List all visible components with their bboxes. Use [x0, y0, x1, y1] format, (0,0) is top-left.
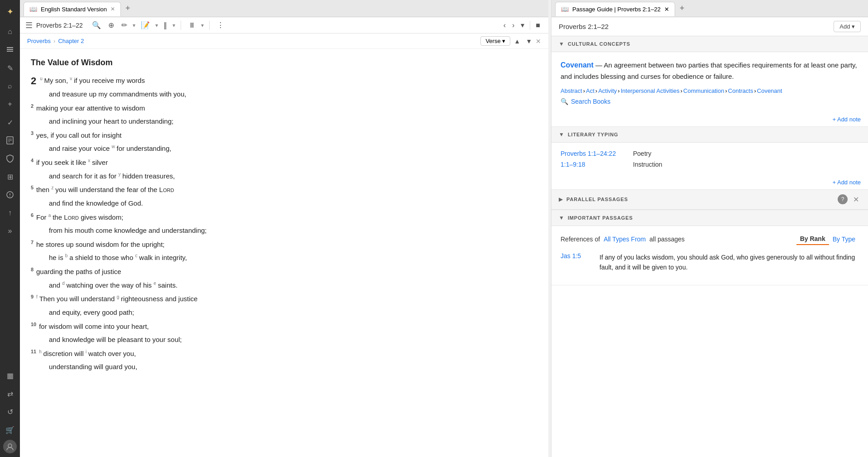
- esv-tab[interactable]: 📖 English Standard Version ✕: [24, 2, 121, 16]
- verse-num-7: 7: [31, 240, 34, 245]
- important-passage-ref[interactable]: Jas 1:5: [561, 252, 592, 273]
- search-sidebar-icon[interactable]: ⌕: [2, 78, 18, 94]
- right-new-tab-button[interactable]: +: [677, 4, 687, 13]
- literary-typing-title: LITERARY TYPING: [568, 132, 619, 137]
- important-passages-section: ▼ IMPORTANT PASSAGES References of All T…: [551, 210, 868, 286]
- esv-tab-close[interactable]: ✕: [110, 6, 115, 12]
- search-toolbar-icon[interactable]: 🔍: [90, 20, 103, 30]
- nav-stop-button[interactable]: ■: [533, 20, 543, 30]
- add-button[interactable]: Add ▾: [834, 21, 861, 32]
- parallel-passages-help-button[interactable]: ?: [838, 194, 848, 204]
- verse-text-2a: My son,: [44, 77, 70, 84]
- parallel-passages-header[interactable]: ▶ PARALLEL PASSAGES ? ✕: [551, 190, 868, 210]
- plus-icon[interactable]: +: [2, 96, 18, 112]
- breadcrumb-covenant[interactable]: Covenant: [757, 87, 782, 94]
- literary-type-1: Poetry: [633, 150, 651, 157]
- concept-name[interactable]: Covenant: [561, 61, 594, 69]
- verse-close-button[interactable]: ✕: [536, 38, 541, 45]
- literary-ref-1[interactable]: Proverbs 1:1–24:22: [561, 150, 624, 157]
- menu-icon[interactable]: ☰: [25, 20, 33, 30]
- nav-next-button[interactable]: ›: [509, 20, 517, 30]
- pause-dropdown[interactable]: ▾: [201, 22, 204, 29]
- verse-row-5: 5 then z you will understand the fear of…: [31, 183, 537, 195]
- check-icon[interactable]: ✓: [2, 114, 18, 130]
- svg-rect-1: [7, 49, 13, 50]
- verse-row-7: 7 he stores up sound wisdom for the upri…: [31, 238, 537, 250]
- verse-indent-3: and raise your voice w for understanding…: [31, 143, 537, 154]
- verse-row-9: 9 f Then you will understand g righteous…: [31, 293, 537, 304]
- more-icon[interactable]: ⋮: [215, 20, 226, 30]
- verse-parallel-dropdown[interactable]: ▾: [173, 22, 175, 29]
- note-icon[interactable]: 📝: [139, 20, 152, 30]
- breadcrumb-activity[interactable]: Activity: [598, 87, 617, 94]
- breadcrumb-act[interactable]: Act: [586, 87, 595, 94]
- avatar-icon[interactable]: [3, 440, 17, 453]
- transfer-icon[interactable]: ⇄: [2, 385, 18, 402]
- breadcrumb-interpersonal[interactable]: Interpersonal Activities: [621, 87, 680, 94]
- nav-dropdown-button[interactable]: ▾: [518, 20, 527, 30]
- library-icon[interactable]: [2, 42, 18, 58]
- tools-icon[interactable]: ⊕: [106, 20, 116, 30]
- verse-parallel-icon[interactable]: ‖: [162, 20, 169, 30]
- verse-up-button[interactable]: ▲: [512, 37, 522, 46]
- expand-icon[interactable]: »: [2, 223, 18, 239]
- literary-ref-2[interactable]: 1:1–9:18: [561, 161, 624, 168]
- breadcrumb-contracts[interactable]: Contracts: [728, 87, 753, 94]
- verse-down-button[interactable]: ▼: [524, 37, 534, 46]
- important-passages-header[interactable]: ▼ IMPORTANT PASSAGES: [551, 210, 868, 226]
- edit-icon[interactable]: ✎: [2, 60, 18, 76]
- all-types-from-link[interactable]: All Types From: [604, 236, 646, 243]
- passage-guide-tab-close[interactable]: ✕: [664, 6, 669, 13]
- highlight-dropdown[interactable]: ▾: [133, 22, 135, 29]
- search-books-icon: 🔍: [561, 98, 568, 105]
- literary-typing-add-note[interactable]: + Add note: [551, 175, 868, 189]
- breadcrumb-chapter[interactable]: Chapter 2: [58, 38, 84, 44]
- nav-prev-button[interactable]: ‹: [501, 20, 508, 30]
- document-icon[interactable]: [2, 132, 18, 149]
- cultural-concepts-header[interactable]: ▼ CULTURAL CONCEPTS: [551, 36, 868, 52]
- cultural-concepts-title: CULTURAL CONCEPTS: [568, 41, 630, 47]
- refresh-icon[interactable]: ↺: [2, 404, 18, 420]
- literary-type-2: Instruction: [633, 161, 662, 168]
- all-passages-text: all passages: [649, 236, 685, 243]
- by-rank-tab[interactable]: By Rank: [796, 233, 829, 245]
- search-books-link[interactable]: Search Books: [571, 98, 610, 105]
- breadcrumb-communication[interactable]: Communication: [683, 87, 724, 94]
- verse-row-2: 2 u My son, v if you receive my words: [31, 75, 537, 87]
- highlight-icon[interactable]: ✏: [120, 20, 129, 30]
- breadcrumb: Proverbs › Chapter 2 Verse ▾ ▲ ▼ ✕: [20, 34, 548, 49]
- concept-breadcrumb: Abstract › Act › Activity › Interpersona…: [561, 87, 859, 94]
- cultural-concepts-chevron: ▼: [559, 41, 564, 47]
- new-tab-button[interactable]: +: [123, 4, 133, 13]
- literary-typing-header[interactable]: ▼ LITERARY TYPING: [551, 127, 868, 143]
- cart-icon[interactable]: 🛒: [2, 422, 18, 438]
- by-type-tab[interactable]: By Type: [829, 234, 859, 245]
- verse-indent-8: and d watching over the way of his e sai…: [31, 279, 537, 291]
- important-passage-text: If any of you lacks wisdom, you should a…: [599, 252, 859, 273]
- breadcrumb-book[interactable]: Proverbs: [27, 38, 51, 44]
- upload-icon[interactable]: ↑: [2, 205, 18, 221]
- home-icon[interactable]: ⌂: [2, 24, 18, 40]
- parallel-passages-title: PARALLEL PASSAGES: [566, 197, 628, 202]
- verse-type-button[interactable]: Verse ▾: [480, 36, 510, 46]
- verse-num-9: 9: [31, 294, 34, 299]
- passage-title: The Value of Wisdom: [31, 58, 537, 67]
- layout-icon[interactable]: ▦: [2, 367, 18, 384]
- breadcrumb-abstract[interactable]: Abstract: [561, 87, 582, 94]
- pause-icon[interactable]: ⏸: [187, 20, 197, 30]
- toolbar-nav: ‹ › ▾ ■: [501, 20, 543, 30]
- note-dropdown[interactable]: ▾: [155, 22, 158, 29]
- parallel-passages-close-button[interactable]: ✕: [851, 194, 861, 205]
- brand-icon[interactable]: ✦: [2, 4, 18, 20]
- alert-icon[interactable]: [2, 187, 18, 203]
- verse-row-2b: 2 making your ear attentive to wisdom: [31, 102, 537, 114]
- literary-table: Proverbs 1:1–24:22 Poetry 1:1–9:18 Instr…: [561, 150, 859, 168]
- passage-guide-tab[interactable]: 📖 Passage Guide | Proverbs 2:1–22 ✕: [555, 2, 675, 16]
- grid-icon[interactable]: ⊞: [2, 168, 18, 185]
- toolbar: ☰ Proverbs 2:1–22 🔍 ⊕ ✏ ▾ 📝 ▾ ‖ ▾ ⏸ ▾ ⋮ …: [20, 17, 548, 34]
- verse-indent-7: he is b a shield to those who c walk in …: [31, 252, 537, 264]
- svg-rect-0: [7, 47, 13, 48]
- parallel-passages-chevron: ▶: [559, 196, 563, 202]
- shield-icon[interactable]: [2, 150, 18, 167]
- cultural-concepts-add-note[interactable]: + Add note: [551, 112, 868, 126]
